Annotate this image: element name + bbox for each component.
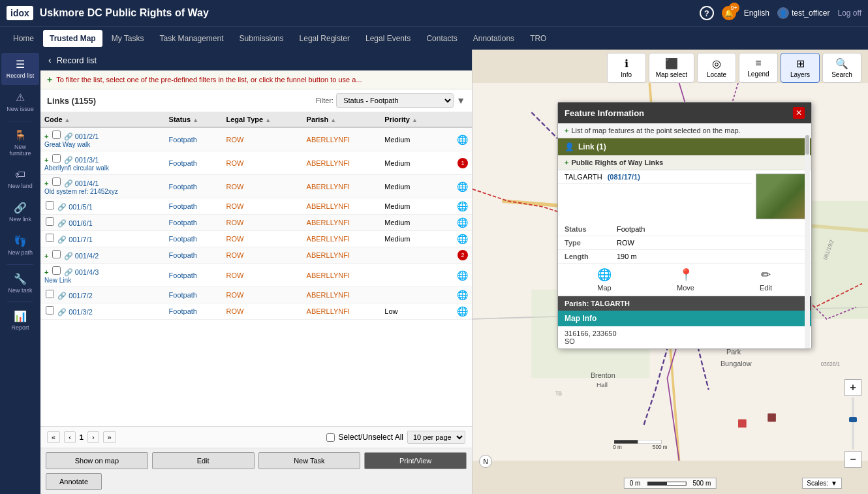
row-code-link[interactable]: 001/5/1 (69, 203, 93, 211)
sidebar-item-new-land[interactable]: 🏷 New land (1, 164, 39, 195)
edit-button[interactable]: Edit (152, 452, 255, 469)
fp-sub-plus[interactable]: + (565, 159, 568, 166)
page-first[interactable]: « (47, 431, 60, 443)
nav-submissions[interactable]: Submissions (233, 30, 290, 47)
row-legal-type: ROW (222, 175, 302, 198)
row-globe-btn[interactable]: 🌐 (457, 290, 468, 300)
row-expand-btn[interactable]: + (44, 179, 48, 187)
map-scales-selector[interactable]: Scales: ▼ (802, 478, 842, 489)
row-code-link[interactable]: 001/2/1 (75, 132, 99, 140)
row-globe-btn[interactable]: 🌐 (457, 306, 468, 316)
language-selector[interactable]: English (744, 8, 769, 18)
row-code-link[interactable]: 001/7/2 (69, 292, 93, 300)
page-next[interactable]: › (87, 431, 99, 443)
row-checkbox[interactable] (52, 154, 61, 162)
row-globe-btn[interactable]: 🌐 (457, 134, 468, 145)
row-expand-btn[interactable]: + (44, 268, 48, 276)
sidebar-item-new-issue[interactable]: ⚠ New issue (1, 86, 39, 118)
row-checkbox[interactable] (46, 306, 54, 315)
row-checkbox[interactable] (46, 290, 54, 298)
fp-map-button[interactable]: 🌐 Map (597, 268, 612, 292)
row-legal-type: ROW (222, 264, 302, 287)
link-icon: 🔗 (57, 203, 67, 211)
sidebar-item-new-task[interactable]: 🔧 New task (1, 268, 39, 300)
row-code-link[interactable]: 001/3/2 (69, 308, 93, 316)
nav-contacts[interactable]: Contacts (420, 30, 463, 47)
row-checkbox[interactable] (46, 201, 54, 209)
row-code-link[interactable]: 001/6/1 (69, 219, 93, 227)
page-prev[interactable]: ‹ (64, 431, 76, 443)
row-code-link[interactable]: 001/4/3 (75, 268, 99, 276)
row-parish: ABERLLYNFI (303, 215, 381, 231)
map-tool-info[interactable]: ℹ Info (607, 53, 646, 83)
nav-legal-register[interactable]: Legal Register (293, 30, 356, 47)
map-tool-layers[interactable]: ⊞ Layers (781, 53, 820, 83)
help-button[interactable]: ? (700, 6, 714, 20)
row-checkbox[interactable] (52, 266, 61, 275)
fp-hint-plus[interactable]: + (565, 127, 568, 134)
table-row: + 🔗 001/4/3New LinkFootpathROWABERLLYNFI… (40, 264, 472, 287)
map-area[interactable]: Church Fields Brenton Hall TB Park Bunga… (473, 50, 868, 494)
row-checkbox[interactable] (46, 217, 54, 226)
row-code-link[interactable]: 001/4/1 (75, 179, 99, 187)
sidebar-item-record-list[interactable]: ☰ Record list (1, 53, 39, 85)
row-globe-btn[interactable]: 🌐 (457, 181, 468, 192)
filter-select[interactable]: Status - Footpath (336, 93, 454, 108)
row-globe-btn[interactable]: 🌐 (457, 217, 468, 228)
new-task-button[interactable]: New Task (258, 452, 361, 469)
row-code-link[interactable]: 001/3/1 (75, 156, 99, 164)
row-expand-btn[interactable]: + (44, 252, 48, 260)
logout-link[interactable]: Log off (838, 8, 861, 18)
zoom-in-button[interactable]: + (845, 379, 861, 396)
show-on-map-button[interactable]: Show on map (46, 452, 148, 469)
print-view-button[interactable]: Print/View (364, 452, 467, 469)
fp-scrollbar[interactable] (805, 135, 810, 348)
action-row: Show on map Edit New Task Print/View (40, 448, 472, 473)
row-globe-btn[interactable]: 🌐 (457, 201, 468, 211)
row-code-link[interactable]: 001/7/1 (69, 236, 93, 243)
sidebar-item-new-path[interactable]: 👣 New path (1, 230, 39, 262)
row-checkbox[interactable] (46, 234, 54, 242)
nav-legal-events[interactable]: Legal Events (359, 30, 417, 47)
map-tool-locate[interactable]: ◎ Locate (697, 53, 736, 83)
nav-annotations[interactable]: Annotations (467, 30, 521, 47)
annotate-button[interactable]: Annotate (46, 473, 102, 490)
sidebar-item-new-furniture[interactable]: 🪑 New furniture (1, 124, 39, 163)
row-globe-btn[interactable]: 🌐 (457, 270, 468, 281)
fp-actions: 🌐 Map 📍 Move ✏ Edit (558, 264, 811, 296)
row-expand-btn[interactable]: + (44, 156, 48, 164)
row-code-link[interactable]: 001/4/2 (75, 252, 99, 260)
fp-row-length: Length 190 m (558, 250, 811, 264)
filter-funnel-icon[interactable]: ▼ (456, 95, 465, 106)
sidebar-separator-2 (7, 264, 33, 265)
per-page-select[interactable]: 10 per page (407, 431, 465, 444)
sidebar-item-new-link[interactable]: 🔗 New link (1, 196, 39, 228)
nav-task-management[interactable]: Task Management (153, 30, 230, 47)
select-all-checkbox[interactable] (326, 433, 335, 442)
nav-home[interactable]: Home (7, 30, 40, 47)
scale-500m: 500 m (692, 480, 711, 487)
fp-close-button[interactable]: ✕ (793, 107, 805, 119)
zoom-out-button[interactable]: − (845, 451, 861, 468)
nav-trusted-map[interactable]: Trusted Map (43, 30, 102, 47)
row-checkbox[interactable] (52, 131, 61, 139)
nav-my-tasks[interactable]: My Tasks (105, 30, 151, 47)
map-tool-legend[interactable]: ≡ Legend (739, 53, 778, 83)
row-legal-type: ROW (222, 215, 302, 231)
page-last[interactable]: » (103, 431, 116, 443)
back-arrow[interactable]: ‹ (48, 55, 52, 65)
row-actions: 🌐 (443, 303, 472, 320)
zoom-slider[interactable] (852, 397, 854, 450)
fp-record-link[interactable]: (081/17/1) (608, 173, 640, 181)
nav-tro[interactable]: TRO (523, 30, 553, 47)
hint-plus-btn[interactable]: + (47, 74, 52, 85)
map-tool-select[interactable]: ⬛ Map select (649, 53, 694, 83)
row-expand-btn[interactable]: + (44, 132, 48, 140)
row-globe-btn[interactable]: 🌐 (457, 234, 468, 244)
map-tool-search[interactable]: 🔍 Search (822, 53, 861, 83)
fp-move-button[interactable]: 📍 Move (677, 268, 694, 292)
sidebar-item-report[interactable]: 📊 Report (1, 305, 39, 337)
row-checkbox[interactable] (52, 178, 61, 186)
row-checkbox[interactable] (52, 250, 61, 258)
fp-edit-button[interactable]: ✏ Edit (760, 268, 772, 292)
